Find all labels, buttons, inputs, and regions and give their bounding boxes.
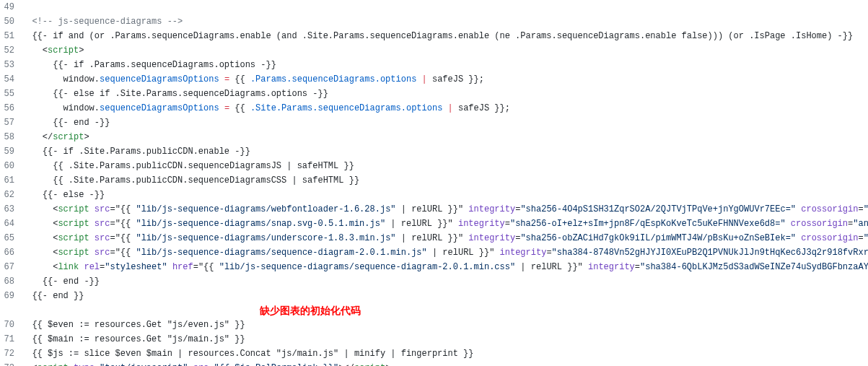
code-line: {{- else if .Site.Params.sequenceDiagram… [22, 87, 868, 101]
code-line: {{ $even := resources.Get "js/even.js" }… [22, 318, 868, 332]
line-number: 65 [3, 231, 16, 245]
code-line: </script> [22, 130, 868, 144]
line-number: 60 [3, 159, 16, 173]
code-line: {{ .Site.Params.publicCDN.sequenceDiagra… [22, 173, 868, 188]
code-line: {{- if and (or .Params.sequenceDiagrams.… [22, 29, 868, 43]
code-line: <script> [22, 43, 868, 58]
code-editor: 4950515253545556575859606162636465666768… [0, 0, 868, 366]
line-number: 68 [3, 274, 16, 289]
line-number: 64 [3, 217, 16, 231]
line-number: 54 [3, 72, 16, 87]
line-number-gutter: 4950515253545556575859606162636465666768… [0, 0, 22, 366]
code-line: <script src="{{ "lib/js-sequence-diagram… [22, 202, 868, 217]
code-line: <script src="{{ "lib/js-sequence-diagram… [22, 231, 868, 245]
code-line: window.sequenceDiagramsOptions = {{ .Sit… [22, 101, 868, 116]
code-line: {{- end -}} [22, 274, 868, 289]
line-number: 62 [3, 188, 16, 202]
code-line: {{- if .Site.Params.publicCDN.enable -}} [22, 144, 868, 159]
code-line: window.sequenceDiagramsOptions = {{ .Par… [22, 72, 868, 87]
line-number: 71 [3, 332, 16, 347]
code-line [22, 0, 868, 14]
line-number: 69 [3, 289, 16, 303]
annotation-text: 缺少图表的初始化代码 [22, 303, 868, 318]
code-line: <script src="{{ "lib/js-sequence-diagram… [22, 217, 868, 231]
code-line: {{ $main := resources.Get "js/main.js" }… [22, 332, 868, 347]
line-number: 53 [3, 58, 16, 72]
code-line: {{- if .Params.sequenceDiagrams.options … [22, 58, 868, 72]
line-number: 61 [3, 173, 16, 188]
line-number: 59 [3, 144, 16, 159]
line-number: 57 [3, 116, 16, 130]
code-line: <!-- js-sequence-diagrams --> [22, 14, 868, 29]
line-number: 49 [3, 0, 16, 14]
line-number: 58 [3, 130, 16, 144]
code-content[interactable]: <!-- js-sequence-diagrams --> {{- if and… [22, 0, 868, 366]
code-line: <link rel="stylesheet" href="{{ "lib/js-… [22, 260, 868, 274]
code-line: <script type="text/javascript" src="{{ $… [22, 361, 868, 366]
line-number: 51 [3, 29, 16, 43]
line-number: 70 [3, 318, 16, 332]
code-line: {{ .Site.Params.publicCDN.sequenceDiagra… [22, 159, 868, 173]
code-line: {{ $js := slice $even $main | resources.… [22, 347, 868, 361]
line-number: 56 [3, 101, 16, 116]
line-number: 67 [3, 260, 16, 274]
line-number: 55 [3, 87, 16, 101]
code-line: {{- else -}} [22, 188, 868, 202]
line-number: 50 [3, 14, 16, 29]
line-number: 52 [3, 43, 16, 58]
line-number: 72 [3, 347, 16, 361]
code-line: {{- end -}} [22, 116, 868, 130]
line-number: 63 [3, 202, 16, 217]
code-line: <script src="{{ "lib/js-sequence-diagram… [22, 245, 868, 260]
line-number: 66 [3, 245, 16, 260]
code-line: {{- end }} [22, 289, 868, 303]
line-number: 73 [3, 361, 16, 366]
